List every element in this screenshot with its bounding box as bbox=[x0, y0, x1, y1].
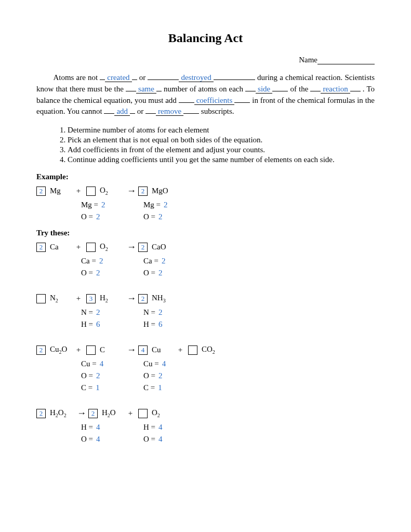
count-row: Cu =4Cu =4 bbox=[36, 360, 375, 368]
blank bbox=[132, 79, 137, 80]
count-row: O =2O =2 bbox=[36, 269, 375, 277]
count-value: 4 bbox=[96, 435, 100, 443]
count-label: N = bbox=[81, 308, 93, 316]
count-value: 2 bbox=[158, 371, 163, 380]
count-row: O =2O =2 bbox=[36, 371, 375, 380]
count-row: N =2N =2 bbox=[36, 308, 375, 317]
coef-box: 2 bbox=[36, 345, 46, 355]
blank bbox=[214, 79, 255, 80]
arrow-icon: → bbox=[127, 242, 136, 252]
equation-row: 2 Ca + O2 → 2 CaO bbox=[36, 242, 375, 252]
count-row: O =4O =4 bbox=[36, 435, 375, 444]
fill-side: side bbox=[256, 85, 272, 94]
count-value: 2 bbox=[96, 371, 100, 380]
name-blank bbox=[317, 57, 375, 64]
count-row: H =4H =4 bbox=[36, 423, 375, 432]
equation-row: 2 Cu2O + C → 4 Cu + CO2 bbox=[36, 344, 375, 355]
blank bbox=[145, 113, 156, 114]
coef-box bbox=[86, 243, 96, 252]
intro-text: of the bbox=[290, 85, 310, 93]
equation-row: N2 + 3 H2 → 2 NH3 bbox=[36, 293, 375, 304]
count-label: O = bbox=[81, 371, 93, 380]
coef-box bbox=[188, 345, 197, 355]
name-label: Name bbox=[299, 56, 317, 64]
count-value: 2 bbox=[96, 269, 100, 277]
blank bbox=[148, 79, 179, 80]
arrow-icon: → bbox=[127, 185, 136, 196]
coef-box: 2 bbox=[36, 243, 46, 252]
blank bbox=[310, 91, 321, 91]
formula: CaO bbox=[152, 243, 173, 251]
plus: + bbox=[75, 345, 82, 354]
count-value: 2 bbox=[164, 201, 168, 209]
plus: + bbox=[177, 345, 184, 354]
count-label: O = bbox=[143, 212, 155, 221]
formula: Ca bbox=[50, 243, 71, 251]
count-label: H = bbox=[81, 423, 93, 431]
page-title: Balancing Act bbox=[36, 31, 375, 45]
intro-text: subscripts. bbox=[201, 107, 234, 115]
try-label: Try these: bbox=[36, 229, 375, 237]
arrow-icon: → bbox=[127, 344, 136, 355]
coef-box bbox=[86, 345, 96, 355]
count-label: H = bbox=[143, 423, 155, 431]
blank bbox=[156, 91, 162, 91]
formula: O2 bbox=[100, 186, 121, 196]
count-label: C = bbox=[81, 383, 92, 392]
count-row: O =2O =2 bbox=[36, 212, 375, 221]
count-value: 2 bbox=[158, 212, 163, 221]
blank bbox=[179, 102, 194, 103]
coef-box bbox=[36, 294, 46, 303]
count-value: 4 bbox=[158, 435, 163, 443]
fill-add: add bbox=[114, 107, 130, 116]
count-label: H = bbox=[81, 320, 93, 328]
blank bbox=[234, 102, 250, 103]
plus: + bbox=[75, 187, 82, 195]
count-label: Mg = bbox=[143, 201, 161, 209]
coef-box: 2 bbox=[88, 409, 98, 418]
count-row: C =1C =1 bbox=[36, 383, 375, 392]
count-value: 2 bbox=[101, 201, 105, 209]
formula: H2 bbox=[100, 294, 121, 303]
count-label: O = bbox=[81, 269, 93, 277]
step-item: Pick an element that is not equal on bot… bbox=[68, 136, 375, 144]
plus: + bbox=[75, 243, 82, 251]
coef-box: 4 bbox=[138, 345, 148, 355]
count-value: 4 bbox=[100, 360, 104, 368]
count-value: 2 bbox=[96, 212, 100, 221]
intro-text: or bbox=[137, 107, 145, 115]
fill-remove: remove bbox=[156, 107, 183, 116]
intro-text: Atoms are not bbox=[53, 73, 100, 82]
coef-box: 3 bbox=[86, 294, 96, 303]
count-row: H =6H =6 bbox=[36, 320, 375, 329]
fill-destroyed: destroyed bbox=[179, 73, 213, 82]
formula: NH3 bbox=[152, 294, 173, 303]
count-value: 2 bbox=[162, 257, 166, 265]
example-label: Example: bbox=[36, 172, 375, 181]
count-value: 6 bbox=[96, 320, 100, 328]
plus: + bbox=[75, 294, 82, 303]
count-value: 1 bbox=[96, 383, 100, 392]
fill-coefficients: coefficients bbox=[194, 96, 235, 105]
formula: H2O2 bbox=[50, 408, 71, 418]
blank bbox=[183, 113, 199, 114]
count-label: O = bbox=[143, 371, 155, 380]
formula: O2 bbox=[100, 242, 121, 252]
blank bbox=[104, 113, 114, 114]
fill-created: created bbox=[105, 73, 131, 82]
fill-reaction: reaction bbox=[321, 85, 350, 94]
formula: CO2 bbox=[202, 345, 222, 355]
count-label: Ca = bbox=[81, 257, 96, 265]
formula: MgO bbox=[152, 187, 173, 195]
count-value: 4 bbox=[162, 360, 166, 368]
steps-list: Determine number of atoms for each eleme… bbox=[57, 126, 375, 164]
count-value: 1 bbox=[158, 383, 162, 392]
step-item: Determine number of atoms for each eleme… bbox=[68, 126, 375, 135]
count-row: Mg =2Mg =2 bbox=[36, 201, 375, 209]
blank bbox=[350, 91, 361, 91]
count-label: Ca = bbox=[143, 257, 158, 265]
count-label: Mg = bbox=[81, 201, 98, 209]
coef-box: 2 bbox=[138, 187, 148, 196]
count-label: O = bbox=[81, 212, 93, 221]
step-item: Add coefficients in front of the element… bbox=[68, 145, 375, 154]
